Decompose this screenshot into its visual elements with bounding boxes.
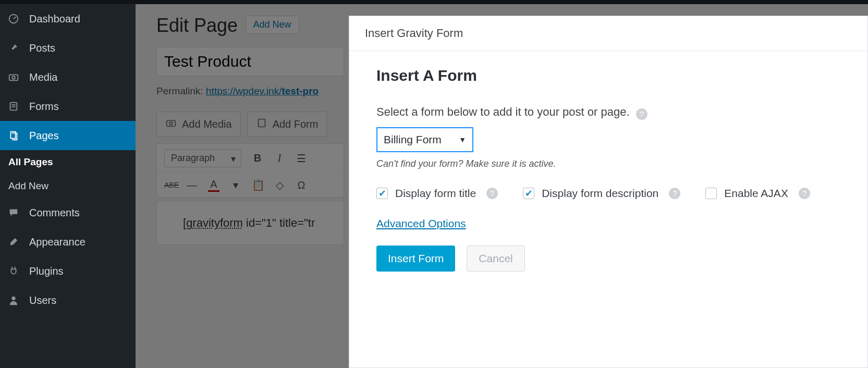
insert-form-button[interactable]: Insert Form (376, 246, 455, 272)
help-icon[interactable]: ? (636, 108, 647, 120)
cancel-button[interactable]: Cancel (467, 246, 524, 272)
sidebar-item-comments[interactable]: Comments (0, 198, 136, 227)
chevron-down-icon: ▼ (459, 136, 466, 144)
sidebar-sub-add-new[interactable]: Add New (0, 174, 136, 198)
sidebar-label: Appearance (29, 236, 85, 248)
sidebar-label: Users (29, 295, 56, 306)
modal-title: Insert A Form (376, 67, 840, 84)
sidebar-label: Pages (29, 130, 59, 142)
form-select[interactable]: Billing Form ▼ (376, 127, 473, 152)
sidebar-label: Plugins (29, 265, 64, 277)
insert-form-modal: Insert Gravity Form Insert A Form Select… (349, 16, 868, 368)
checkbox-icon (705, 188, 717, 199)
svg-point-6 (11, 297, 15, 300)
enable-ajax-checkbox[interactable]: Enable AJAX ? (705, 187, 810, 200)
help-icon[interactable]: ? (799, 188, 810, 199)
camera-icon (7, 71, 20, 83)
display-description-checkbox[interactable]: Display form description ? (523, 187, 680, 200)
svg-rect-1 (9, 75, 18, 80)
brush-icon (7, 236, 20, 248)
sidebar-label: Media (29, 71, 57, 83)
admin-sidebar: Dashboard Posts Media Forms Pages All Pa… (0, 4, 136, 368)
select-form-label: Select a form below to add it to your po… (376, 105, 840, 120)
pages-icon (7, 129, 20, 142)
form-hint-text: Can't find your form? Make sure it is ac… (376, 158, 840, 169)
help-icon[interactable]: ? (669, 188, 680, 199)
sidebar-item-appearance[interactable]: Appearance (0, 227, 136, 256)
svg-point-2 (12, 76, 15, 79)
sidebar-label: Posts (29, 42, 55, 54)
sidebar-item-dashboard[interactable]: Dashboard (0, 4, 136, 33)
pin-icon (7, 42, 20, 54)
form-icon (7, 100, 20, 113)
dashboard-icon (7, 13, 20, 25)
comment-icon (7, 206, 20, 219)
sidebar-sub-all-pages[interactable]: All Pages (0, 150, 136, 174)
checkbox-icon (376, 188, 388, 199)
modal-header: Insert Gravity Form (349, 16, 867, 51)
display-title-checkbox[interactable]: Display form title ? (376, 187, 498, 200)
sidebar-item-users[interactable]: Users (0, 286, 136, 315)
advanced-options-link[interactable]: Advanced Options (376, 217, 466, 230)
sidebar-item-pages[interactable]: Pages (0, 121, 136, 150)
checkbox-icon (523, 188, 534, 199)
sidebar-label: Dashboard (29, 13, 80, 25)
sidebar-item-media[interactable]: Media (0, 63, 136, 92)
user-icon (7, 294, 20, 306)
sidebar-label: Forms (29, 101, 59, 113)
help-icon[interactable]: ? (486, 188, 498, 199)
sidebar-item-posts[interactable]: Posts (0, 33, 136, 63)
plug-icon (7, 265, 20, 277)
sidebar-item-plugins[interactable]: Plugins (0, 256, 136, 286)
sidebar-label: Comments (29, 207, 80, 219)
sidebar-item-forms[interactable]: Forms (0, 92, 136, 121)
